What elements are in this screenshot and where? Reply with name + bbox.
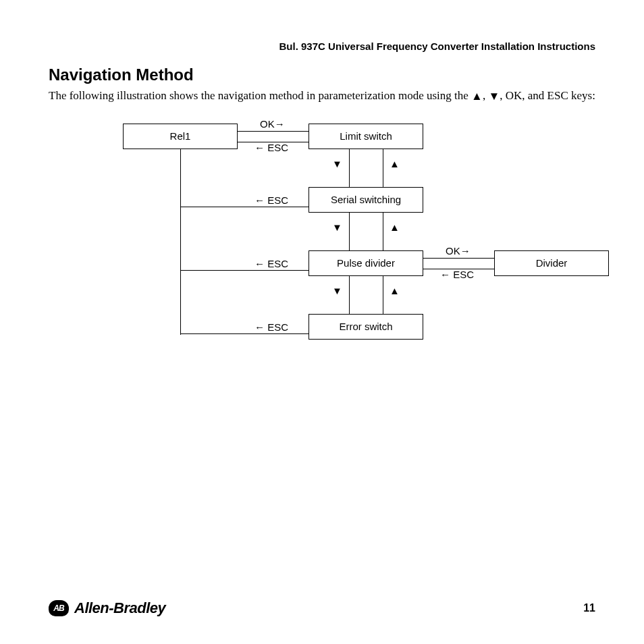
label-esc: ← ESC — [254, 142, 288, 153]
down-triangle-icon: ▼ — [488, 89, 500, 105]
node-error-switch: Error switch — [308, 314, 423, 340]
node-rel1: Rel1 — [123, 124, 238, 149]
line — [383, 149, 383, 187]
brand-logo-icon: AB — [49, 600, 69, 616]
label-ok: OK→ — [260, 118, 285, 130]
node-limit-switch-label: Limit switch — [340, 130, 392, 142]
section-heading: Navigation Method — [49, 65, 595, 84]
line — [180, 270, 308, 271]
brand-name: Allen-Bradley — [74, 599, 165, 617]
up-triangle-icon: ▲ — [390, 159, 400, 170]
up-triangle-icon: ▲ — [471, 89, 483, 105]
brand: AB Allen-Bradley — [49, 599, 165, 617]
intro-text-3: , OK, and ESC keys: — [500, 89, 595, 102]
line — [349, 213, 350, 250]
doc-header: Bul. 937C Universal Frequency Converter … — [49, 41, 595, 52]
line — [383, 213, 383, 250]
line — [383, 276, 383, 314]
label-ok: OK→ — [446, 245, 471, 257]
node-divider-label: Divider — [536, 257, 568, 269]
node-error-switch-label: Error switch — [339, 321, 392, 332]
line — [349, 276, 350, 314]
navigation-diagram: Rel1 Limit switch Serial switching Pulse… — [82, 118, 616, 388]
node-divider: Divider — [494, 250, 609, 276]
up-triangle-icon: ▲ — [390, 286, 400, 297]
node-serial-switching-label: Serial switching — [331, 194, 401, 205]
line — [238, 131, 308, 132]
line — [423, 258, 494, 259]
page-footer: AB Allen-Bradley 11 — [49, 599, 595, 617]
line — [349, 149, 350, 187]
node-rel1-label: Rel1 — [170, 130, 191, 142]
intro-text-1: The following illustration shows the nav… — [49, 89, 471, 102]
up-triangle-icon: ▲ — [390, 222, 400, 234]
label-esc: ← ESC — [254, 258, 288, 269]
line — [180, 333, 308, 334]
down-triangle-icon: ▼ — [332, 159, 342, 170]
brand-logo-text: AB — [53, 603, 63, 613]
node-pulse-divider: Pulse divider — [308, 250, 423, 276]
intro-text-2: , — [483, 89, 489, 102]
down-triangle-icon: ▼ — [332, 286, 342, 297]
down-triangle-icon: ▼ — [332, 222, 342, 234]
node-serial-switching: Serial switching — [308, 187, 423, 213]
label-esc: ← ESC — [254, 194, 288, 206]
node-pulse-divider-label: Pulse divider — [337, 257, 395, 269]
node-limit-switch: Limit switch — [308, 124, 423, 149]
line — [180, 149, 181, 335]
line — [180, 207, 308, 207]
label-esc: ← ESC — [254, 321, 288, 333]
label-esc: ← ESC — [440, 269, 474, 280]
page-number: 11 — [583, 602, 595, 614]
intro-paragraph: The following illustration shows the nav… — [49, 88, 595, 105]
